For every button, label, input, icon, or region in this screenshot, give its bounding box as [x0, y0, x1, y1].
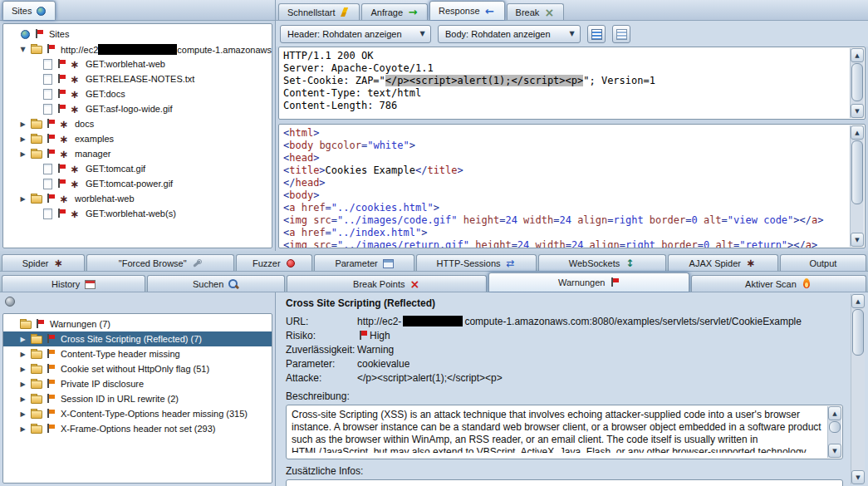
sites-tree-panel[interactable]: Sites▼http://ec2compute-1.amazonawsGET:w…	[2, 23, 272, 248]
tab-forced-browse[interactable]: "Forced Browse"	[86, 254, 234, 271]
syntax-highlight-button[interactable]	[587, 25, 606, 43]
expander-closed-icon[interactable]: ▶	[17, 380, 28, 388]
tab-output[interactable]: Output	[780, 254, 866, 271]
scroll-up-button[interactable]: ▲	[851, 48, 864, 62]
tab-http-sessions[interactable]: HTTP-Sessions	[416, 254, 537, 271]
flag-red-icon	[45, 193, 56, 204]
scrollbar-vertical[interactable]: ▲ ▼	[850, 125, 864, 247]
syntax-highlight-alt-button[interactable]	[612, 25, 630, 43]
scroll-up-button[interactable]: ▲	[851, 125, 864, 140]
scope-globe-icon[interactable]	[4, 296, 16, 307]
alert-row-x-content-type-options-header-missing-315[interactable]: ▶X-Content-Type-Options header missing (…	[3, 406, 272, 421]
scroll-up-button[interactable]: ▲	[828, 406, 841, 420]
tab-history[interactable]: History	[2, 275, 145, 292]
scrollbar-vertical[interactable]: ▲ ▼	[850, 48, 864, 118]
site-row-get-docs[interactable]: GET:docs	[3, 86, 272, 101]
alert-row-private-ip-disclosure[interactable]: ▶Private IP disclosure	[3, 376, 272, 391]
sessions-icon	[505, 258, 517, 269]
scroll-track[interactable]	[852, 309, 864, 469]
site-row-worblehat-web[interactable]: ▶worblehat-web	[3, 191, 272, 206]
tab-websockets[interactable]: WebSockets	[538, 254, 666, 271]
site-row-http-ec2-compute-1-amazonaws[interactable]: ▼http://ec2compute-1.amazonaws	[3, 42, 272, 56]
scroll-track[interactable]	[851, 140, 863, 232]
alerts-split-area: Warnungen (7)▶Cross Site Scripting (Refl…	[0, 292, 868, 486]
header-view-dropdown[interactable]: Header: Rohdaten anzeigen ▼	[280, 25, 431, 43]
expander-closed-icon[interactable]: ▶	[17, 395, 28, 403]
sites-tabbar: Sites	[0, 0, 275, 21]
spider-icon	[58, 133, 70, 145]
expander-closed-icon[interactable]: ▶	[17, 410, 28, 418]
tab-fuzzer[interactable]: Fuzzer	[236, 254, 312, 271]
site-row-sites[interactable]: Sites	[3, 27, 272, 42]
tab-parameter[interactable]: Parameter	[314, 254, 414, 271]
site-row-get-tomcat-power-gif[interactable]: GET:tomcat-power.gif	[3, 176, 272, 191]
alert-description-box[interactable]: Cross-site Scripting (XSS) is an attack …	[286, 405, 843, 459]
expander-closed-icon[interactable]: ▶	[17, 135, 28, 143]
site-row-examples[interactable]: ▶examples	[3, 131, 272, 146]
tab-sites[interactable]: Sites	[2, 1, 56, 20]
scroll-down-button[interactable]: ▼	[828, 444, 841, 458]
alerts-tree-container[interactable]: Warnungen (7)▶Cross Site Scripting (Refl…	[2, 313, 272, 484]
response-body-text: <html><body bgcolor="white"><head><title…	[279, 125, 865, 248]
tab-aktiver-scan[interactable]: Aktiver Scan	[691, 275, 866, 292]
text-segment: http://ec2-	[357, 316, 401, 327]
scroll-thumb[interactable]	[851, 63, 863, 101]
scrollbar-vertical[interactable]: ▲ ▼	[827, 406, 841, 458]
scroll-down-button[interactable]: ▼	[851, 233, 864, 247]
response-body-pane[interactable]: <html><body bgcolor="white"><head><title…	[278, 124, 866, 248]
scroll-track[interactable]	[829, 421, 841, 443]
body-view-dropdown[interactable]: Body: Rohdaten anzeigen ▼	[438, 25, 581, 43]
site-row-get-worblehat-web-s[interactable]: GET:worblehat-web(s)	[3, 206, 272, 221]
expander-closed-icon[interactable]: ▶	[17, 425, 28, 433]
scrollbar-vertical[interactable]: ▲ ▼	[851, 294, 865, 484]
tab-anfrage[interactable]: Anfrage	[361, 3, 428, 20]
tab-response[interactable]: Response	[429, 1, 505, 20]
expander-closed-icon[interactable]: ▶	[17, 336, 28, 343]
site-row-get-asf-logo-wide-gif[interactable]: GET:asf-logo-wide.gif	[3, 101, 272, 116]
alert-row-warnungen-7[interactable]: Warnungen (7)	[3, 317, 272, 331]
response-header-text: HTTP/1.1 200 OKServer: Apache-Coyote/1.1…	[279, 47, 865, 119]
alert-row-x-frame-options-header-not-set-293[interactable]: ▶X-Frame-Options header not set (293)	[3, 421, 272, 436]
alert-row-cross-site-scripting-reflected-7[interactable]: ▶Cross Site Scripting (Reflected) (7)	[3, 331, 272, 346]
scroll-thumb[interactable]	[852, 309, 864, 356]
site-row-get-release-notes-txt[interactable]: GET:RELEASE-NOTES.txt	[3, 71, 272, 86]
site-label: http://ec2compute-1.amazonaws	[58, 44, 272, 55]
site-row-get-tomcat-gif[interactable]: GET:tomcat.gif	[3, 161, 272, 176]
site-row-get-worblehat-web[interactable]: GET:worblehat-web	[3, 56, 272, 71]
alerts-tree: Warnungen (7)▶Cross Site Scripting (Refl…	[3, 317, 272, 436]
scroll-up-button[interactable]: ▲	[851, 294, 865, 308]
scroll-thumb[interactable]	[851, 140, 863, 204]
alert-other-info-box[interactable]	[286, 479, 843, 486]
scroll-down-button[interactable]: ▼	[851, 470, 865, 484]
site-row-docs[interactable]: ▶docs	[3, 116, 272, 131]
spider-icon	[69, 178, 81, 189]
expander-closed-icon[interactable]: ▶	[17, 120, 28, 128]
tab-break-points[interactable]: Break Points	[287, 275, 487, 292]
code-line: <img src="../images/return.gif" height=2…	[283, 239, 848, 248]
expander-closed-icon[interactable]: ▶	[17, 366, 28, 373]
tab-suchen[interactable]: Suchen	[147, 275, 285, 292]
expander-closed-icon[interactable]: ▶	[17, 195, 28, 203]
scroll-track[interactable]	[851, 63, 863, 103]
tab-ajax-spider[interactable]: AJAX Spider	[668, 254, 778, 271]
expander-closed-icon[interactable]: ▶	[17, 150, 28, 158]
folder-icon	[31, 348, 42, 360]
site-row-manager[interactable]: ▶manager	[3, 146, 272, 161]
expander-closed-icon[interactable]: ▶	[17, 351, 28, 358]
scroll-down-button[interactable]: ▼	[851, 104, 864, 118]
tab-warnungen[interactable]: Warnungen	[488, 272, 689, 292]
tab-break[interactable]: Break	[507, 3, 565, 20]
alert-row-session-id-in-url-rewrite-2[interactable]: ▶Session ID in URL rewrite (2)	[3, 391, 272, 406]
expander-open-icon[interactable]: ▼	[17, 46, 28, 53]
alert-row-cookie-set-without-httponly-flag-51[interactable]: ▶Cookie set without HttpOnly flag (51)	[3, 361, 272, 376]
tab-schnellstart[interactable]: Schnellstart	[278, 3, 360, 20]
site-label: GET:docs	[83, 89, 128, 99]
tab-spider[interactable]: Spider	[2, 254, 85, 271]
alert-label: Cross Site Scripting (Reflected) (7)	[58, 334, 204, 344]
site-label: GET:worblehat-web	[83, 59, 168, 69]
response-header-pane[interactable]: HTTP/1.1 200 OKServer: Apache-Coyote/1.1…	[278, 47, 866, 120]
code-line: <a href="../index.html">	[283, 227, 848, 239]
alert-row-content-type-header-missing[interactable]: ▶Content-Type header missing	[3, 346, 272, 361]
flag-orange-icon	[45, 348, 56, 360]
scroll-thumb[interactable]	[829, 421, 841, 433]
